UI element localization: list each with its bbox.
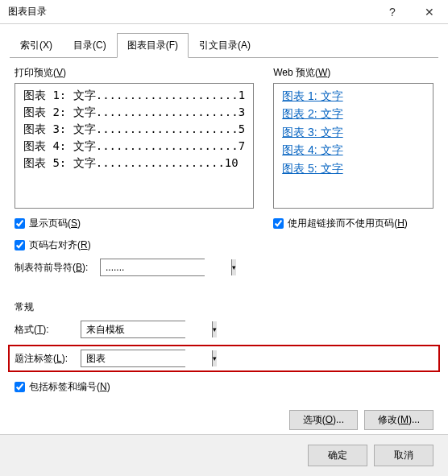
format-label: 格式(T): — [15, 323, 81, 337]
show-page-numbers-label: 显示页码(S) — [29, 217, 81, 230]
chevron-down-icon[interactable]: ▾ — [212, 350, 217, 366]
print-line: 图表 2: 文字.....................3 — [23, 104, 245, 121]
web-link[interactable]: 图表 5: 文字 — [282, 159, 425, 177]
use-hyperlinks-checkbox[interactable] — [273, 218, 284, 229]
print-line: 图表 1: 文字.....................1 — [23, 87, 245, 104]
help-button[interactable]: ? — [374, 0, 411, 24]
print-line: 图表 4: 文字.....................7 — [23, 138, 245, 155]
print-line: 图表 5: 文字...................10 — [23, 155, 245, 172]
show-page-numbers-checkbox[interactable] — [15, 218, 25, 229]
modify-button[interactable]: 修改(M)... — [364, 410, 433, 430]
general-section-header: 常规 — [15, 300, 433, 314]
dialog-footer: 确定 取消 — [0, 434, 448, 476]
print-preview-label: 打印预览(V) — [15, 66, 254, 80]
caption-label-label: 题注标签(L): — [15, 352, 81, 366]
print-preview-box[interactable]: 图表 1: 文字.....................1 图表 2: 文字.… — [15, 83, 254, 209]
use-hyperlinks-label: 使用超链接而不使用页码(H) — [288, 217, 408, 230]
include-label-checkbox[interactable] — [15, 382, 25, 392]
web-link[interactable]: 图表 1: 文字 — [282, 87, 425, 105]
right-align-label: 页码右对齐(R) — [29, 238, 91, 252]
tab-bar: 索引(X) 目录(C) 图表目录(F) 引文目录(A) — [10, 32, 438, 58]
right-align-checkbox[interactable] — [15, 240, 25, 250]
tab-leader-input[interactable] — [101, 259, 231, 275]
chevron-down-icon[interactable]: ▾ — [212, 321, 217, 337]
cancel-button[interactable]: 取消 — [374, 445, 433, 466]
caption-label-highlight: 题注标签(L): ▾ — [8, 345, 440, 372]
caption-label-combo[interactable]: ▾ — [81, 350, 185, 367]
caption-label-input[interactable] — [81, 350, 212, 366]
tab-toc[interactable]: 目录(C) — [63, 33, 117, 58]
format-combo[interactable]: ▾ — [81, 321, 185, 338]
titlebar: 图表目录 ? ✕ — [0, 0, 448, 24]
web-link[interactable]: 图表 2: 文字 — [282, 105, 425, 122]
options-button[interactable]: 选项(O)... — [289, 410, 358, 430]
include-label-label: 包括标签和编号(N) — [29, 380, 110, 394]
chevron-down-icon[interactable]: ▾ — [231, 259, 236, 275]
ok-button[interactable]: 确定 — [308, 445, 367, 466]
dialog-title: 图表目录 — [8, 5, 374, 19]
web-link[interactable]: 图表 4: 文字 — [282, 141, 425, 159]
tab-citations[interactable]: 引文目录(A) — [189, 33, 261, 58]
tab-leader-combo[interactable]: ▾ — [100, 259, 205, 276]
tab-index[interactable]: 索引(X) — [10, 33, 63, 58]
tab-figures[interactable]: 图表目录(F) — [117, 33, 189, 58]
web-preview-label: Web 预览(W) — [273, 66, 433, 80]
web-link[interactable]: 图表 3: 文字 — [282, 123, 425, 141]
print-line: 图表 3: 文字.....................5 — [23, 121, 245, 138]
format-input[interactable] — [81, 321, 212, 337]
close-button[interactable]: ✕ — [411, 0, 448, 24]
web-preview-box[interactable]: 图表 1: 文字 图表 2: 文字 图表 3: 文字 图表 4: 文字 图表 5… — [273, 83, 433, 209]
tab-leader-label: 制表符前导符(B): — [15, 261, 95, 275]
